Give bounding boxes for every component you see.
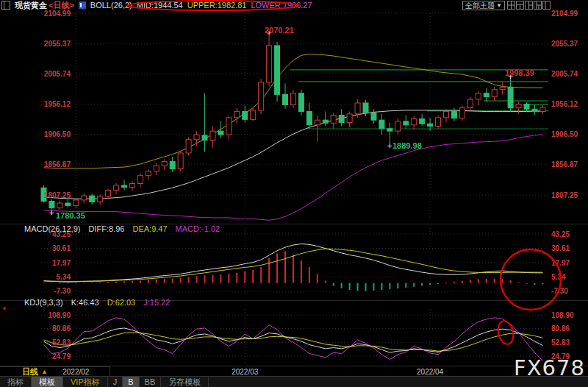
kdj-k-value: K:46.43 [71,298,99,307]
toolbar-tab-B[interactable]: B [123,377,139,387]
price-annotation-high: 1998.39 [505,68,534,77]
toolbar-tab-模板[interactable]: 模板 [32,377,63,387]
trading-terminal-window: 现货黄金 <日线> BOLL(26,2) MID:1944.54 UPPER:1… [0,0,588,387]
macd-dea-value: DEA:9.47 [132,224,167,233]
watermark: FX678 [514,355,585,380]
header-bar: 现货黄金 <日线> BOLL(26,2) MID:1944.54 UPPER:1… [0,0,588,10]
date-label: 2022/03 [226,368,263,376]
theme-dropdown[interactable]: 全部主题 ▼ [462,1,505,10]
date-label: 2022/02 [57,368,94,376]
period-tag: <日线> [49,0,74,11]
boll-mid-value: MID:1944.54 [137,1,183,10]
kdj-title: KDJ(9,3,3) [24,298,63,307]
macd-value: MACD:-1.02 [176,224,220,233]
kdj-j-value: J:15.22 [143,298,170,307]
toolbar-tab-另存模板[interactable]: 另存模板 [161,377,209,387]
theme-dropdown-label: 全部主题 [465,1,495,10]
layout-split-right-icon[interactable] [525,1,533,10]
macd-diff-value: DIFF:8.96 [88,224,124,233]
macd-title: MACD(26,12,9) [24,224,80,233]
toolbar-tab-J[interactable]: J [108,377,123,387]
triangle-up-icon: ▲ [41,368,48,375]
layout-quad-icon[interactable] [534,1,542,10]
price-annotation-low: 1780.35 [56,211,85,220]
kdj-panel-header: KDJ(9,3,3) K:46.43 D:62.03 J:15.22 [24,298,176,307]
price-annotation-low: 1889.98 [392,141,422,150]
header-toolbar: 全部主题 ▼ [462,1,588,10]
toolbar-tab-BB[interactable]: BB [140,377,162,387]
layout-split-top-icon[interactable] [516,1,524,10]
toolbar-tab-VIP指标[interactable]: VIP指标 [63,377,108,387]
toolbar-tab-指标[interactable]: 指标 [0,377,32,387]
indicator-label: BOLL(26,2) [90,1,132,10]
layout-buttons [507,1,551,10]
date-label: 2022/04 [412,368,448,376]
macd-panel-header: MACD(26,12,9) DIFF:8.96 DEA:9.47 MACD:-1… [24,224,226,233]
symbol-name: 现货黄金 [15,0,47,11]
layout-grid-icon[interactable] [507,1,515,10]
boll-lower-value: LOWER:1906.27 [251,1,312,10]
layout-sidebar-icon[interactable] [542,1,551,10]
chart-canvas[interactable] [0,0,588,387]
chevron-down-icon: ▼ [496,1,502,10]
price-annotation-high: 2070.21 [265,26,294,35]
kdj-d-value: D:62.03 [107,298,136,307]
bottom-toolbar: 指标模板VIP指标JBBB另存模板 [0,376,588,387]
candlestick-chart-icon[interactable] [79,1,86,9]
boll-upper-value: UPPER:1982.81 [187,1,247,10]
window-panel-icon[interactable] [1,1,10,10]
